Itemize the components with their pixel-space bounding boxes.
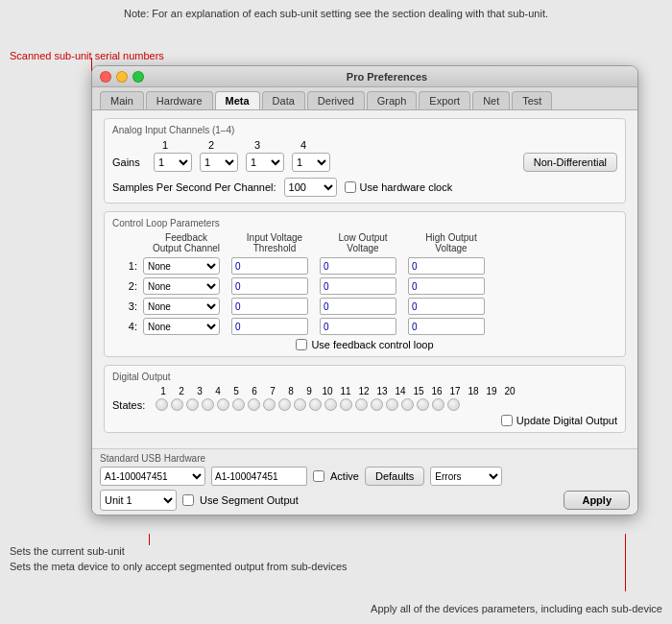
- hw-clock-checkbox[interactable]: [345, 181, 356, 193]
- tab-export[interactable]: Export: [419, 91, 470, 109]
- tab-graph[interactable]: Graph: [367, 91, 418, 109]
- active-label: Active: [330, 470, 359, 482]
- dnum-2: 2: [174, 386, 189, 396]
- analog-section-label: Analog Input Channels (1–4): [112, 125, 617, 135]
- channel-num-3: 3: [238, 139, 276, 151]
- samples-select[interactable]: 100: [284, 178, 337, 197]
- zoom-button[interactable]: [132, 71, 144, 83]
- dnum-1: 1: [156, 386, 171, 396]
- gain-select-4[interactable]: 1: [292, 153, 330, 172]
- active-checkbox[interactable]: [313, 470, 324, 482]
- dnum-19: 19: [484, 386, 499, 396]
- dnum-15: 15: [411, 386, 426, 396]
- ctrl-row-4-channel[interactable]: None: [143, 318, 220, 335]
- titlebar: Pro Preferences: [92, 66, 637, 87]
- state-radio-18[interactable]: [417, 398, 429, 411]
- dnum-4: 4: [210, 386, 226, 396]
- dnum-6: 6: [247, 386, 262, 396]
- analog-section: Analog Input Channels (1–4) 1 2 3 4 Gain…: [104, 118, 626, 204]
- ctrl-row-3-input-voltage[interactable]: [231, 298, 308, 315]
- ctrl-row-4-low-output[interactable]: [320, 318, 396, 335]
- state-radio-11[interactable]: [309, 398, 322, 411]
- defaults-button[interactable]: Defaults: [365, 467, 424, 486]
- hw-clock-row: Use hardware clock: [345, 181, 453, 193]
- tab-data[interactable]: Data: [262, 91, 305, 109]
- segment-checkbox[interactable]: [182, 494, 194, 506]
- feedback-checkbox[interactable]: [296, 339, 307, 350]
- tab-hardware[interactable]: Hardware: [146, 91, 213, 109]
- ctrl-row-4-high-output[interactable]: [408, 318, 485, 335]
- state-radio-9[interactable]: [278, 398, 291, 411]
- line-bottom2: [625, 534, 626, 591]
- state-radio-12[interactable]: [324, 398, 337, 411]
- tab-main[interactable]: Main: [100, 91, 144, 109]
- dnum-11: 11: [338, 386, 353, 396]
- preferences-window: Pro Preferences Main Hardware Meta Data …: [91, 65, 638, 516]
- dnum-9: 9: [301, 386, 317, 396]
- control-section: Control Loop Parameters FeedbackOutput C…: [104, 211, 626, 357]
- gains-label: Gains: [112, 156, 146, 168]
- unit-select[interactable]: Unit 1: [100, 490, 177, 511]
- update-digital-row: Update Digital Output: [112, 415, 617, 426]
- ctrl-row-3-low-output[interactable]: [320, 298, 396, 315]
- close-button[interactable]: [100, 71, 111, 83]
- digital-numbers-row: 1 2 3 4 5 6 7 8 9 10 11 12 13 14 15 16 1…: [156, 386, 617, 396]
- ctrl-row-3-channel[interactable]: None: [143, 298, 220, 315]
- state-radio-1[interactable]: [156, 398, 168, 411]
- ctrl-col-feedback: FeedbackOutput Channel: [143, 232, 229, 253]
- hw-clock-label: Use hardware clock: [360, 181, 453, 193]
- annotation-sets-meta: Sets the meta device to only accept segm…: [10, 561, 348, 572]
- state-radio-16[interactable]: [386, 398, 398, 411]
- state-radio-20[interactable]: [447, 398, 460, 411]
- gain-select-3[interactable]: 1: [246, 153, 284, 172]
- ctrl-row-2-low-output[interactable]: [320, 277, 396, 295]
- state-radio-13[interactable]: [340, 398, 352, 411]
- ctrl-row-1-high-output[interactable]: [408, 257, 485, 275]
- ctrl-row-1-channel[interactable]: None: [143, 257, 220, 275]
- non-differential-button[interactable]: Non-Differential: [523, 153, 617, 172]
- tab-meta[interactable]: Meta: [215, 91, 260, 109]
- ctrl-row-3-label: 3:: [112, 300, 141, 312]
- ctrl-row-1-low-output[interactable]: [320, 257, 396, 275]
- channel-num-4: 4: [284, 139, 323, 151]
- annotation-apply-all: Apply all of the devices parameters, inc…: [371, 603, 662, 614]
- state-radio-2[interactable]: [171, 398, 183, 411]
- serial-input[interactable]: [211, 467, 307, 486]
- window-title: Pro Preferences: [144, 71, 630, 83]
- state-radio-15[interactable]: [371, 398, 383, 411]
- digital-section-label: Digital Output: [112, 372, 617, 382]
- state-radio-14[interactable]: [355, 398, 368, 411]
- channel-num-1: 1: [146, 139, 184, 151]
- dnum-14: 14: [393, 386, 408, 396]
- feedback-label: Use feedback control loop: [311, 339, 433, 350]
- state-radio-7[interactable]: [248, 398, 260, 411]
- state-radio-5[interactable]: [217, 398, 229, 411]
- ctrl-row-2-input-voltage[interactable]: [231, 277, 308, 295]
- ctrl-row-4-input-voltage[interactable]: [231, 318, 308, 335]
- serial-select[interactable]: A1-100047451: [100, 467, 205, 486]
- ctrl-col-low-output: Low OutputVoltage: [320, 232, 406, 253]
- state-radio-17[interactable]: [401, 398, 414, 411]
- errors-select[interactable]: Errors: [430, 467, 502, 486]
- feedback-checkbox-row: Use feedback control loop: [112, 339, 617, 350]
- tab-net[interactable]: Net: [472, 91, 510, 109]
- update-digital-checkbox[interactable]: [501, 415, 513, 426]
- gains-row: Gains 1 1 1 1 Non-Differential: [112, 153, 617, 172]
- tab-derived[interactable]: Derived: [307, 91, 365, 109]
- ctrl-row-1-input-voltage[interactable]: [231, 257, 308, 275]
- minimize-button[interactable]: [116, 71, 128, 83]
- ctrl-row-2-high-output[interactable]: [408, 277, 485, 295]
- state-radio-8[interactable]: [263, 398, 276, 411]
- usb-section: Standard USB Hardware A1-100047451 Activ…: [92, 448, 637, 515]
- ctrl-row-3-high-output[interactable]: [408, 298, 485, 315]
- gain-select-2[interactable]: 1: [200, 153, 238, 172]
- tab-test[interactable]: Test: [512, 91, 552, 109]
- ctrl-row-2-channel[interactable]: None: [143, 277, 220, 295]
- apply-button[interactable]: Apply: [564, 491, 630, 510]
- gain-select-1[interactable]: 1: [154, 153, 192, 172]
- state-radio-4[interactable]: [202, 398, 214, 411]
- state-radio-6[interactable]: [232, 398, 245, 411]
- state-radio-3[interactable]: [186, 398, 199, 411]
- state-radio-19[interactable]: [432, 398, 444, 411]
- state-radio-10[interactable]: [294, 398, 306, 411]
